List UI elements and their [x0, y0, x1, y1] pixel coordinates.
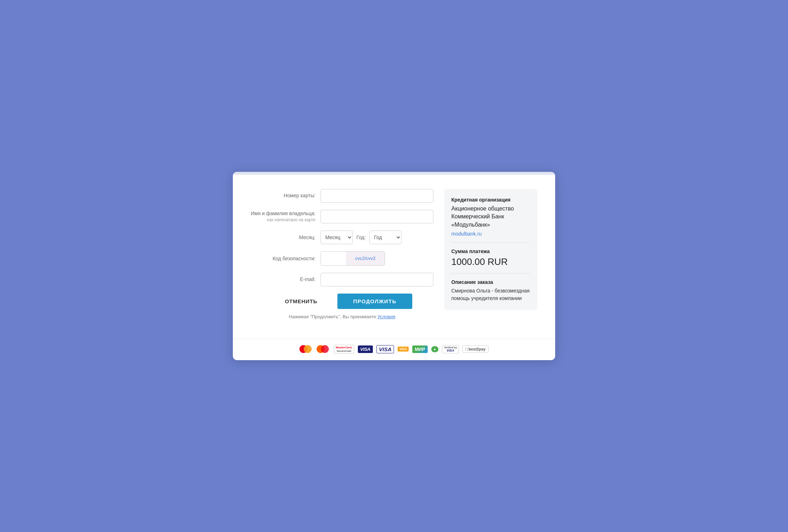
cardholder-input[interactable] [321, 210, 433, 223]
org-link[interactable]: modulbank.ru [451, 231, 482, 237]
cardholder-row: Имя и фамилия владельца: как напечатано … [251, 210, 433, 223]
best2pay-icon: □ best2pay [462, 345, 488, 353]
cancel-button[interactable]: ОТМЕНИТЬ [272, 294, 330, 309]
visa-plain-icon: VISA [376, 345, 394, 353]
card-number-row: Номер карты: [251, 189, 433, 203]
payment-footer: MasterCard. SecureCode VISA VISA VISA МИ… [233, 339, 555, 360]
year-select[interactable]: Год 202420252026 202720282029 2030 [369, 231, 402, 244]
continue-button[interactable]: ПРОДОЛЖИТЬ [337, 294, 412, 309]
order-label: Описание заказа [451, 279, 530, 285]
order-description: Смирнова Ольга - безвозмездная помощь уч… [451, 287, 530, 302]
org-name: Акционерное общество Коммерческий Банк «… [451, 205, 530, 229]
email-row: E-mail: [251, 273, 433, 286]
visa-filled-icon: VISA [358, 345, 373, 353]
action-row: ОТМЕНИТЬ ПРОДОЛЖИТЬ [251, 294, 433, 309]
email-label: E-mail: [251, 276, 321, 283]
visa-electron-icon: VISA [398, 347, 409, 352]
info-divider2 [451, 273, 530, 274]
month-label: Месяц: [251, 234, 321, 240]
top-bar [233, 172, 555, 175]
amount-value: 1000.00 RUR [451, 256, 530, 267]
cvc-field-wrap: cvc2/cvv2 [321, 251, 385, 266]
month-year-fields: Месяц 010203 040506 070809 101112 Год: Г… [321, 231, 402, 244]
green-pay-icon: ● [431, 346, 438, 352]
cvc-hint: cvc2/cvv2 [346, 252, 385, 265]
info-box: Кредитная организация Акционерное общест… [444, 189, 537, 310]
amount-label: Сумма платежа [451, 248, 530, 254]
cvc-label: Код безопасности: [251, 256, 321, 261]
mastercard-icon [299, 345, 313, 353]
cardholder-label: Имя и фамилия владельца: как напечатано … [251, 210, 321, 223]
mir-icon: МИР [412, 345, 428, 353]
org-title: Кредитная организация [451, 197, 530, 203]
info-section: Кредитная организация Акционерное общест… [444, 189, 537, 328]
month-select[interactable]: Месяц 010203 040506 070809 101112 [321, 231, 353, 244]
payment-card: Номер карты: Имя и фамилия владельца: ка… [233, 172, 555, 360]
terms-row: Нажимая "Продолжить", Вы принимаете Усло… [251, 314, 433, 319]
card-number-label: Номер карты: [251, 192, 321, 199]
cvc-row: Код безопасности: cvc2/cvv2 [251, 251, 433, 266]
month-year-row: Месяц: Месяц 010203 040506 070809 101112… [251, 231, 433, 244]
info-divider [451, 242, 530, 243]
email-input[interactable] [321, 273, 433, 286]
form-section: Номер карты: Имя и фамилия владельца: ка… [251, 189, 433, 328]
card-number-input[interactable] [321, 189, 433, 203]
card-body: Номер карты: Имя и фамилия владельца: ка… [233, 175, 555, 339]
verified-badge-icon: Verified by VISA [442, 345, 459, 353]
mastercard-securecode-icon: MasterCard. SecureCode [334, 345, 354, 354]
terms-link[interactable]: Условия [378, 314, 395, 319]
year-label: Год: [356, 234, 366, 240]
cvc-input[interactable] [321, 252, 346, 265]
mastercard-variant-icon [317, 345, 330, 353]
